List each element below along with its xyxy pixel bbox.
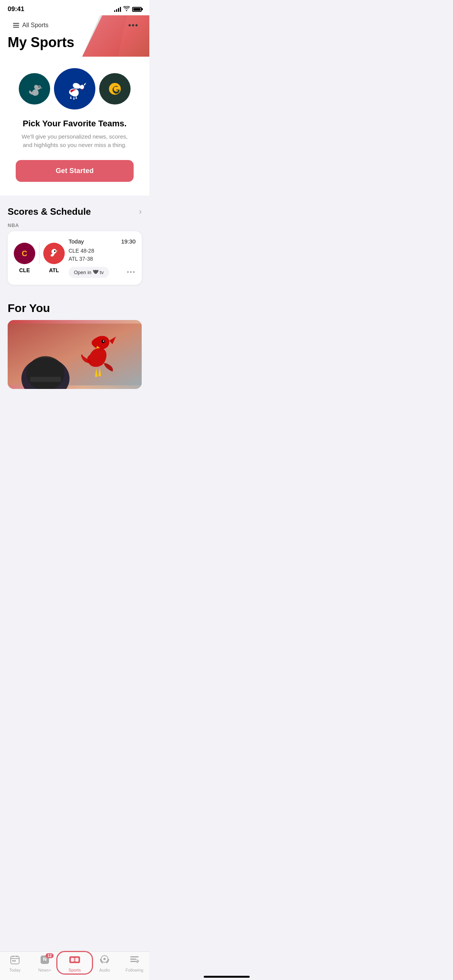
home-team-label: CLE — [19, 267, 30, 273]
pick-teams-title: Pick Your Favorite Teams. — [23, 119, 126, 129]
wifi-icon — [123, 6, 130, 12]
news-card-image — [8, 320, 142, 389]
home-team-record: CLE 48-28 — [69, 247, 136, 255]
game-card: C CLE ATL — [8, 231, 142, 285]
news-background-illustration — [8, 320, 142, 389]
scores-section: Scores & Schedule › NBA C CLE — [0, 196, 149, 285]
hawks-logo — [43, 243, 65, 264]
packers-logo — [99, 73, 131, 105]
home-team-col: C CLE — [14, 243, 35, 273]
game-date: Today — [69, 238, 84, 245]
for-you-title: For You — [8, 302, 142, 315]
status-icons — [114, 6, 142, 12]
scores-section-title: Scores & Schedule — [8, 206, 91, 217]
game-more-button[interactable]: ••• — [127, 269, 136, 276]
tv-label: tv — [100, 270, 104, 275]
svg-rect-13 — [30, 377, 61, 382]
for-you-section: For You — [0, 291, 149, 389]
get-started-button[interactable]: Get Started — [16, 160, 134, 182]
teams-divider — [39, 243, 39, 264]
league-label: NBA — [8, 222, 142, 228]
away-team-record: ATL 37-38 — [69, 255, 136, 263]
all-sports-button[interactable]: All Sports — [8, 19, 54, 31]
signal-icon — [114, 7, 121, 12]
open-in-apple-tv-button[interactable]: Open in tv — [69, 267, 109, 278]
teams-area: C CLE ATL — [14, 243, 65, 273]
away-team-label: ATL — [49, 267, 59, 273]
open-tv-label: Open in — [74, 270, 92, 275]
svg-point-0 — [24, 78, 45, 100]
game-actions: Open in tv ••• — [69, 267, 136, 278]
svg-point-15 — [103, 340, 105, 342]
game-time: 19:30 — [121, 238, 136, 245]
eagles-logo — [19, 73, 50, 105]
pick-teams-description: We'll give you personalized news, scores… — [17, 132, 132, 149]
svg-point-9 — [54, 250, 56, 252]
bills-logo — [54, 68, 95, 109]
pick-teams-section: Pick Your Favorite Teams. We'll give you… — [0, 57, 149, 196]
status-time: 09:41 — [8, 5, 24, 13]
battery-icon — [132, 7, 142, 12]
hamburger-icon — [13, 23, 19, 28]
page-title: My Sports — [8, 34, 142, 51]
header: All Sports ••• My Sports — [0, 15, 149, 57]
more-button[interactable]: ••• — [125, 20, 142, 31]
cavs-logo: C — [14, 243, 35, 264]
status-bar: 09:41 — [0, 0, 149, 15]
team-logos — [19, 68, 131, 109]
news-card[interactable] — [8, 320, 142, 389]
svg-point-2 — [39, 87, 39, 87]
svg-text:C: C — [22, 249, 27, 258]
scores-arrow-button[interactable]: › — [139, 207, 142, 217]
all-sports-label: All Sports — [22, 22, 48, 29]
apple-logo-icon — [93, 270, 98, 274]
away-team-col: ATL — [43, 243, 65, 273]
game-info: Today 19:30 CLE 48-28 ATL 37-38 Open in … — [69, 238, 136, 278]
